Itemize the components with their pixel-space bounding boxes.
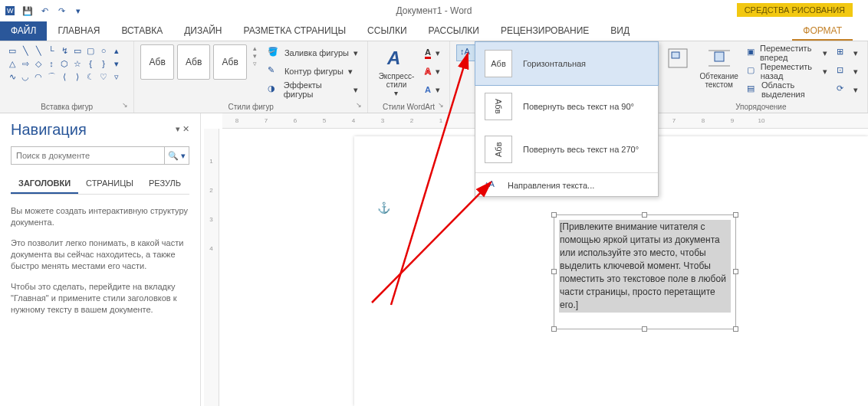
gallery-up-icon[interactable]: ▴: [253, 44, 257, 52]
shapes-more-down-icon[interactable]: ▾: [110, 57, 123, 70]
shape-arrow2-icon[interactable]: ↕: [45, 57, 58, 70]
group-button[interactable]: ⊡▾: [833, 63, 861, 80]
tab-insert[interactable]: ВСТАВКА: [110, 21, 173, 41]
resize-handle[interactable]: [733, 212, 738, 218]
dd-rotate-90[interactable]: Абв Повернуть весь текст на 90°: [475, 85, 658, 128]
tab-layout[interactable]: РАЗМЕТКА СТРАНИЦЫ: [233, 21, 357, 41]
shape-connector-l-icon[interactable]: └: [45, 44, 58, 57]
group-insert-shapes: ▭╲╲└↯▭▢○▴ △⇨◇↕⬡☆{}▾ ∿◡◠⌒⟨⟩☾♡▿ Вставка фи…: [0, 41, 134, 113]
nav-tab-results[interactable]: РЕЗУЛЬ: [141, 174, 189, 194]
shape-freeform-icon[interactable]: ◡: [19, 70, 31, 83]
shape-line2-icon[interactable]: ╲: [32, 44, 44, 57]
word-icon[interactable]: W: [3, 3, 18, 18]
tab-view[interactable]: ВИД: [600, 21, 640, 41]
nav-close-button[interactable]: ▾ ✕: [176, 124, 189, 134]
group-wordart: A Экспресс-стили ▾ A ▾ A ▾ A ▾ Стили Wor…: [368, 41, 450, 113]
shape-bracket2-icon[interactable]: ⟩: [71, 70, 84, 83]
dd-more-options[interactable]: ↕A Направления текста...: [475, 175, 658, 196]
group-arrange: Обтекание текстом ▣Переместить вперед ▾ …: [655, 41, 868, 113]
shapes-more-up-icon[interactable]: ▴: [110, 44, 123, 57]
shape-curve-icon[interactable]: ∿: [6, 70, 18, 83]
tab-review[interactable]: РЕЦЕНЗИРОВАНИЕ: [490, 21, 600, 41]
shape-lbrace-icon[interactable]: {: [84, 57, 97, 70]
tab-home[interactable]: ГЛАВНАЯ: [47, 21, 110, 41]
shape-line-icon[interactable]: ╲: [19, 44, 31, 57]
dialog-launcher-icon[interactable]: ↘: [438, 101, 447, 110]
shape-fill-button[interactable]: 🪣Заливка фигуры ▾: [265, 44, 361, 61]
position-button[interactable]: [661, 44, 695, 74]
shape-rect-icon[interactable]: ▭: [71, 44, 84, 57]
shape-roundrect-icon[interactable]: ▢: [84, 44, 97, 57]
quick-styles-button[interactable]: A Экспресс-стили ▾: [374, 44, 419, 99]
shape-rbrace-icon[interactable]: }: [97, 57, 110, 70]
wrap-text-button[interactable]: Обтекание текстом: [698, 44, 741, 90]
dialog-launcher-icon[interactable]: ↘: [122, 101, 131, 110]
group-icon: ⊡: [837, 65, 849, 77]
shape-arc-icon[interactable]: ⌒: [45, 70, 58, 83]
resize-handle[interactable]: [551, 269, 557, 274]
gallery-more-icon[interactable]: ▿: [253, 60, 257, 67]
resize-handle[interactable]: [733, 269, 738, 274]
shape-hex-icon[interactable]: ⬡: [58, 57, 71, 70]
tab-refs[interactable]: ССЫЛКИ: [357, 21, 417, 41]
text-effects-button[interactable]: A ▾: [422, 81, 443, 98]
dd-horizontal[interactable]: Абв Горизонтальная: [475, 41, 659, 86]
shape-oval-icon[interactable]: ○: [97, 44, 110, 57]
shape-outline-button[interactable]: ✎Контур фигуры ▾: [265, 63, 361, 80]
resize-handle[interactable]: [642, 326, 647, 332]
style-preset-2[interactable]: Абв: [177, 44, 210, 80]
style-preset-1[interactable]: Абв: [140, 44, 173, 80]
send-backward-button[interactable]: ▢Переместить назад ▾: [744, 63, 830, 80]
resize-handle[interactable]: [733, 326, 738, 332]
svg-rect-5: [715, 52, 724, 61]
nav-search: 🔍 ▾: [11, 146, 189, 165]
shape-effects-button[interactable]: ◑Эффекты фигуры ▾: [265, 81, 361, 98]
dd-separator: [475, 172, 658, 173]
bring-forward-button[interactable]: ▣Переместить вперед ▾: [744, 44, 830, 61]
navigation-pane: Навигация ▾ ✕ 🔍 ▾ ЗАГОЛОВКИ СТРАНИЦЫ РЕЗ…: [0, 113, 201, 406]
resize-handle[interactable]: [642, 212, 647, 218]
tab-design[interactable]: ДИЗАЙН: [173, 21, 232, 41]
ruler-vertical[interactable]: 1234: [204, 129, 219, 406]
bucket-icon: 🪣: [268, 47, 280, 59]
tab-file[interactable]: ФАЙЛ: [0, 21, 47, 41]
shape-triangle-icon[interactable]: △: [6, 57, 18, 70]
undo-icon[interactable]: ↶: [37, 3, 52, 18]
group-label-styles: Стили фигур: [140, 101, 360, 111]
dd-rotate-270[interactable]: Абв Повернуть весь текст на 270°: [475, 128, 658, 171]
nav-search-input[interactable]: [12, 147, 164, 164]
resize-handle[interactable]: [551, 326, 557, 332]
text-fill-button[interactable]: A ▾: [422, 44, 443, 61]
redo-icon[interactable]: ↷: [54, 3, 69, 18]
dialog-launcher-icon[interactable]: ↘: [356, 101, 365, 110]
text-box-content[interactable]: [Привлеките внимание читателя с помощью …: [559, 220, 731, 313]
group-shape-styles: Абв Абв Абв ▴ ▾ ▿ 🪣Заливка фигуры ▾ ✎Кон…: [134, 41, 367, 113]
shape-connector-z-icon[interactable]: ↯: [58, 44, 71, 57]
align-icon: ⊞: [837, 47, 849, 59]
tab-format[interactable]: ФОРМАТ: [792, 21, 853, 41]
text-box[interactable]: [Привлеките внимание читателя с помощью …: [554, 214, 736, 329]
shape-rarrow-icon[interactable]: ⇨: [19, 57, 31, 70]
nav-tab-pages[interactable]: СТРАНИЦЫ: [78, 174, 141, 194]
tab-mail[interactable]: РАССЫЛКИ: [418, 21, 490, 41]
shapes-gallery[interactable]: ▭╲╲└↯▭▢○▴ △⇨◇↕⬡☆{}▾ ∿◡◠⌒⟨⟩☾♡▿: [6, 44, 123, 83]
align-button[interactable]: ⊞▾: [833, 44, 861, 61]
shape-diamond-icon[interactable]: ◇: [32, 57, 44, 70]
save-icon[interactable]: 💾: [20, 3, 35, 18]
selection-pane-button[interactable]: ▤Область выделения: [744, 81, 830, 98]
shape-curve2-icon[interactable]: ◠: [32, 70, 44, 83]
resize-handle[interactable]: [551, 212, 557, 218]
shape-textbox-icon[interactable]: ▭: [6, 44, 18, 57]
customize-icon[interactable]: ▾: [71, 3, 86, 18]
shapes-expand-icon[interactable]: ▿: [110, 70, 123, 83]
nav-tab-headings[interactable]: ЗАГОЛОВКИ: [11, 174, 78, 194]
search-icon[interactable]: 🔍 ▾: [164, 147, 189, 164]
shape-heart-icon[interactable]: ♡: [97, 70, 110, 83]
style-preset-3[interactable]: Абв: [213, 44, 246, 80]
gallery-down-icon[interactable]: ▾: [253, 52, 257, 60]
shape-star-icon[interactable]: ☆: [71, 57, 84, 70]
shape-bracket-icon[interactable]: ⟨: [58, 70, 71, 83]
shape-moon-icon[interactable]: ☾: [84, 70, 97, 83]
text-outline-button[interactable]: A ▾: [422, 63, 443, 80]
rotate-button[interactable]: ⟳▾: [833, 81, 861, 98]
